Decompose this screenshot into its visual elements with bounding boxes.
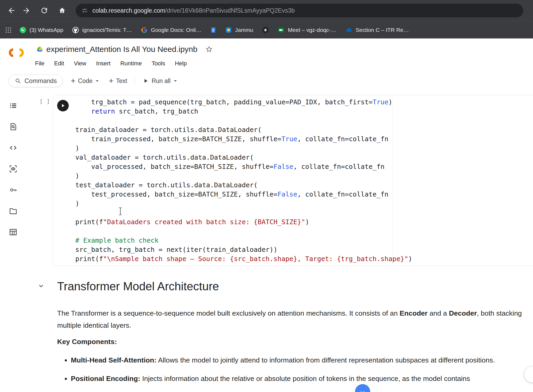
- bookmark-item[interactable]: Section C – ITR Re…: [345, 26, 409, 34]
- forward-icon[interactable]: [19, 3, 34, 18]
- inspector-icon[interactable]: [7, 163, 19, 175]
- colab-header: experiment_Attention Is All You Need.ipy…: [0, 38, 533, 73]
- add-code-button[interactable]: + Code: [68, 75, 96, 87]
- bookmark-label: Jammu: [235, 27, 253, 33]
- onedrive-icon: [345, 26, 353, 34]
- code-line: test_processed, batch_size=BATCH_SIZE, s…: [75, 190, 412, 199]
- back-icon[interactable]: [4, 3, 19, 18]
- bookmark-label: Google Docs: Onli…: [151, 27, 201, 33]
- code-line: [75, 208, 412, 217]
- code-lines: trg_batch = pad_sequence(trg_batch, padd…: [75, 97, 412, 263]
- key-components-label: Key Components:: [57, 338, 117, 346]
- code-line: ): [75, 144, 412, 153]
- github-icon: [72, 27, 79, 33]
- code-line: print(f"\nSample batch shape — Source: {…: [75, 254, 412, 263]
- bookmark-label: Section C – ITR Re…: [356, 27, 409, 33]
- bullet-item: Multi-Head Self-Attention: Allows the mo…: [71, 354, 531, 366]
- notebook-title[interactable]: experiment_Attention Is All You Need.ipy…: [46, 45, 198, 54]
- code-line: test_dataloader = torch.utils.data.DataL…: [75, 180, 412, 190]
- apps-grid-icon[interactable]: [5, 26, 12, 34]
- bookmark-item[interactable]: [210, 27, 216, 33]
- toolbar-divider: [135, 77, 135, 85]
- url-path: /drive/16Vk68nPan5ivudNfSLsmAyyaPQ2Evs3b: [165, 7, 295, 14]
- menu-help[interactable]: Help: [175, 60, 187, 67]
- markdown-paragraph: The Transformer is a sequence-to-sequenc…: [57, 307, 531, 331]
- action-toolbar: Commands + Code + Text Run all: [0, 73, 533, 89]
- bookmarks-items: (3) WhatsAppignacioct/Temis: T…Google Do…: [19, 26, 409, 34]
- commands-button[interactable]: Commands: [8, 75, 63, 87]
- bookmark-item[interactable]: ignacioct/Temis: T…: [72, 27, 132, 33]
- data-table-icon[interactable]: [7, 226, 19, 238]
- bookmark-label: Meet – vgz-doqc-…: [288, 27, 336, 33]
- menu-tools[interactable]: Tools: [152, 60, 165, 67]
- add-code-label: Code: [78, 77, 92, 85]
- code-line: return src_batch, trg_batch: [75, 107, 412, 116]
- code-line: # Example batch check: [75, 236, 412, 245]
- secrets-key-icon[interactable]: [7, 184, 19, 196]
- add-text-button[interactable]: + Text: [106, 75, 130, 87]
- screen: colab.research.google.com/drive/16Vk68nP…: [0, 0, 533, 392]
- play-icon: [142, 77, 149, 84]
- browser-toolbar: colab.research.google.com/drive/16Vk68nP…: [0, 0, 533, 21]
- menu-edit[interactable]: Edit: [54, 60, 64, 67]
- docs-icon: [210, 27, 216, 33]
- code-snippets-icon[interactable]: [7, 141, 19, 154]
- commands-label: Commands: [24, 77, 57, 85]
- left-sidebar: [0, 93, 26, 238]
- find-replace-icon[interactable]: [7, 120, 19, 133]
- run-all-caret-icon[interactable]: [172, 78, 179, 84]
- plus-icon: +: [71, 77, 76, 85]
- bookmark-item[interactable]: (3) WhatsApp: [19, 27, 63, 33]
- menu-file[interactable]: File: [35, 60, 44, 67]
- run-all-button[interactable]: Run all: [139, 75, 174, 87]
- code-line: [75, 116, 412, 125]
- menu-runtime[interactable]: Runtime: [120, 60, 142, 67]
- add-text-label: Text: [116, 77, 127, 85]
- code-line: val_processed, batch_size=BATCH_SIZE, sh…: [75, 162, 412, 171]
- url-domain: colab.research.google.com: [92, 7, 165, 14]
- table-of-contents-icon[interactable]: [7, 99, 19, 112]
- bookmark-item[interactable]: Google Docs: Onli…: [141, 27, 201, 33]
- code-line: val_dataloader = torch.utils.data.DataLo…: [75, 153, 412, 162]
- section-heading: Transformer Model Architecture: [57, 280, 219, 293]
- code-line: train_processed, batch_size=BATCH_SIZE, …: [75, 134, 412, 144]
- scroll-fab[interactable]: [355, 384, 370, 392]
- bookmarks-bar: (3) WhatsAppignacioct/Temis: T…Google Do…: [0, 21, 533, 38]
- code-line: [75, 227, 412, 236]
- menu-insert[interactable]: Insert: [96, 60, 111, 67]
- bookmark-label: (3) WhatsApp: [29, 27, 63, 33]
- collapse-chevron-icon[interactable]: [37, 282, 45, 291]
- code-line: print(f"DataLoaders created with batch s…: [75, 217, 412, 227]
- home-icon[interactable]: [55, 3, 70, 18]
- code-line: train_dataloader = torch.utils.data.Data…: [75, 125, 412, 134]
- address-bar[interactable]: colab.research.google.com/drive/16Vk68nP…: [76, 4, 523, 17]
- jammu-icon: [225, 27, 232, 33]
- plus-icon: +: [109, 77, 113, 85]
- cell-exec-indicator[interactable]: [ ]: [40, 98, 50, 105]
- search-icon: [14, 77, 21, 84]
- bookmark-item[interactable]: Meet – vgz-doqc-…: [278, 27, 336, 33]
- menu-view[interactable]: View: [74, 60, 86, 67]
- bookmark-item[interactable]: [262, 27, 269, 33]
- menu-bar: FileEditViewInsertRuntimeToolsHelp: [35, 60, 187, 67]
- files-folder-icon[interactable]: [7, 205, 19, 217]
- markdown-bullets: Multi-Head Self-Attention: Allows the mo…: [57, 354, 531, 385]
- code-line: ): [75, 199, 412, 208]
- run-cell-button[interactable]: [57, 100, 69, 111]
- drive-icon: [36, 46, 43, 53]
- reload-icon[interactable]: [37, 3, 52, 18]
- meet-icon: [278, 27, 285, 33]
- code-cell[interactable]: trg_batch = pad_sequence(trg_batch, padd…: [53, 95, 533, 266]
- star-icon[interactable]: [205, 46, 213, 53]
- bullet-item: Positional Encoding: Injects information…: [71, 373, 531, 385]
- run-all-label: Run all: [152, 77, 171, 85]
- site-info-icon[interactable]: [81, 7, 88, 14]
- code-line: trg_batch = pad_sequence(trg_batch, padd…: [75, 97, 412, 107]
- bookmark-label: ignacioct/Temis: T…: [82, 27, 132, 33]
- add-code-caret-icon[interactable]: [94, 78, 100, 84]
- bookmark-item[interactable]: Jammu: [225, 27, 253, 33]
- google-icon: [141, 27, 148, 33]
- text-cursor-icon: [119, 207, 122, 217]
- chatgpt-icon: [262, 27, 269, 33]
- colab-logo[interactable]: [8, 47, 24, 59]
